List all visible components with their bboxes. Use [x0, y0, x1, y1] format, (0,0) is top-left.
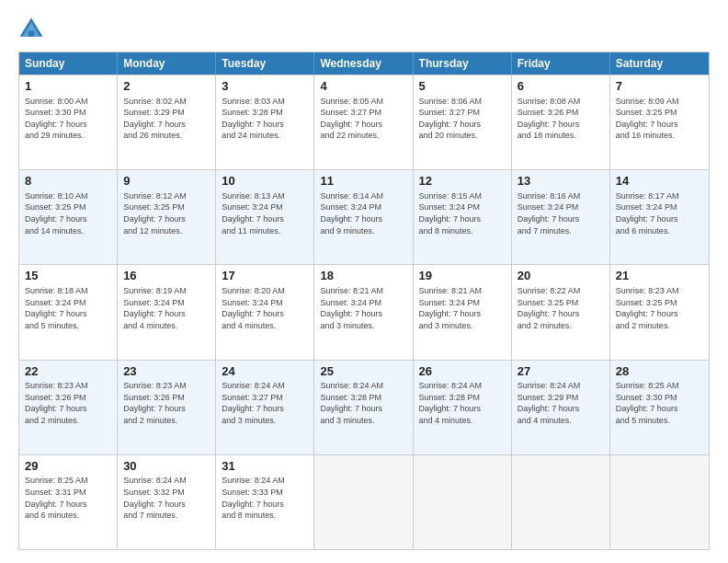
cell-info: Sunrise: 8:25 AMSunset: 3:30 PMDaylight:… — [616, 380, 703, 426]
day-number: 10 — [222, 174, 308, 189]
cell-info: Sunrise: 8:22 AMSunset: 3:25 PMDaylight:… — [518, 285, 604, 331]
day-cell-9: 9Sunrise: 8:12 AMSunset: 3:25 PMDaylight… — [118, 170, 216, 264]
day-number: 3 — [222, 79, 308, 94]
empty-cell — [414, 455, 512, 549]
cell-info: Sunrise: 8:21 AMSunset: 3:24 PMDaylight:… — [419, 285, 506, 331]
day-number: 28 — [616, 364, 703, 379]
header-day-saturday: Saturday — [610, 52, 709, 75]
day-cell-18: 18Sunrise: 8:21 AMSunset: 3:24 PMDayligh… — [314, 265, 413, 359]
day-cell-8: 8Sunrise: 8:10 AMSunset: 3:25 PMDaylight… — [19, 170, 118, 264]
calendar-header: SundayMondayTuesdayWednesdayThursdayFrid… — [19, 52, 709, 75]
day-number: 26 — [419, 364, 506, 379]
day-number: 31 — [222, 459, 308, 474]
day-number: 24 — [222, 364, 308, 379]
day-cell-5: 5Sunrise: 8:06 AMSunset: 3:27 PMDaylight… — [414, 75, 512, 169]
day-cell-31: 31Sunrise: 8:24 AMSunset: 3:33 PMDayligh… — [216, 455, 314, 549]
day-number: 1 — [25, 79, 111, 94]
day-cell-13: 13Sunrise: 8:16 AMSunset: 3:24 PMDayligh… — [512, 170, 610, 264]
logo — [18, 17, 50, 42]
calendar-row-1: 1Sunrise: 8:00 AMSunset: 3:30 PMDaylight… — [19, 75, 709, 169]
day-number: 21 — [616, 269, 703, 283]
cell-info: Sunrise: 8:00 AMSunset: 3:30 PMDaylight:… — [25, 96, 111, 142]
day-cell-12: 12Sunrise: 8:15 AMSunset: 3:24 PMDayligh… — [414, 170, 512, 264]
day-number: 14 — [616, 174, 703, 189]
cell-info: Sunrise: 8:18 AMSunset: 3:24 PMDaylight:… — [25, 285, 111, 331]
cell-info: Sunrise: 8:20 AMSunset: 3:24 PMDaylight:… — [222, 285, 308, 331]
cell-info: Sunrise: 8:17 AMSunset: 3:24 PMDaylight:… — [616, 190, 703, 236]
calendar-row-4: 22Sunrise: 8:23 AMSunset: 3:26 PMDayligh… — [19, 360, 709, 454]
cell-info: Sunrise: 8:19 AMSunset: 3:24 PMDaylight:… — [123, 285, 210, 331]
day-cell-26: 26Sunrise: 8:24 AMSunset: 3:28 PMDayligh… — [414, 361, 512, 454]
day-number: 11 — [320, 174, 406, 189]
calendar-body: 1Sunrise: 8:00 AMSunset: 3:30 PMDaylight… — [19, 75, 709, 549]
calendar-row-3: 15Sunrise: 8:18 AMSunset: 3:24 PMDayligh… — [19, 264, 709, 359]
cell-info: Sunrise: 8:02 AMSunset: 3:29 PMDaylight:… — [123, 96, 210, 142]
day-cell-19: 19Sunrise: 8:21 AMSunset: 3:24 PMDayligh… — [414, 265, 512, 359]
header-day-thursday: Thursday — [414, 52, 512, 75]
cell-info: Sunrise: 8:16 AMSunset: 3:24 PMDaylight:… — [518, 190, 604, 236]
day-number: 13 — [518, 174, 604, 189]
day-number: 16 — [123, 269, 210, 283]
cell-info: Sunrise: 8:13 AMSunset: 3:24 PMDaylight:… — [222, 190, 308, 236]
day-number: 18 — [320, 269, 406, 283]
day-number: 27 — [518, 364, 604, 379]
cell-info: Sunrise: 8:24 AMSunset: 3:28 PMDaylight:… — [419, 380, 506, 426]
cell-info: Sunrise: 8:06 AMSunset: 3:27 PMDaylight:… — [419, 96, 506, 142]
day-number: 7 — [616, 79, 703, 94]
day-number: 4 — [320, 79, 406, 94]
day-cell-28: 28Sunrise: 8:25 AMSunset: 3:30 PMDayligh… — [610, 361, 709, 454]
empty-cell — [610, 455, 709, 549]
day-number: 19 — [419, 269, 506, 283]
cell-info: Sunrise: 8:24 AMSunset: 3:29 PMDaylight:… — [518, 380, 604, 426]
day-cell-1: 1Sunrise: 8:00 AMSunset: 3:30 PMDaylight… — [19, 75, 118, 169]
day-cell-14: 14Sunrise: 8:17 AMSunset: 3:24 PMDayligh… — [610, 170, 709, 264]
header — [18, 17, 710, 42]
calendar: SundayMondayTuesdayWednesdayThursdayFrid… — [18, 52, 710, 550]
logo-icon — [18, 17, 44, 42]
day-number: 20 — [518, 269, 604, 283]
day-number: 6 — [518, 79, 604, 94]
day-cell-29: 29Sunrise: 8:25 AMSunset: 3:31 PMDayligh… — [19, 455, 118, 549]
cell-info: Sunrise: 8:23 AMSunset: 3:25 PMDaylight:… — [616, 285, 703, 331]
svg-rect-2 — [28, 31, 34, 37]
day-number: 25 — [320, 364, 406, 379]
day-number: 2 — [123, 79, 210, 94]
calendar-row-5: 29Sunrise: 8:25 AMSunset: 3:31 PMDayligh… — [19, 454, 709, 549]
day-cell-27: 27Sunrise: 8:24 AMSunset: 3:29 PMDayligh… — [512, 361, 610, 454]
day-cell-11: 11Sunrise: 8:14 AMSunset: 3:24 PMDayligh… — [314, 170, 413, 264]
cell-info: Sunrise: 8:23 AMSunset: 3:26 PMDaylight:… — [123, 380, 210, 426]
cell-info: Sunrise: 8:23 AMSunset: 3:26 PMDaylight:… — [25, 380, 111, 426]
cell-info: Sunrise: 8:12 AMSunset: 3:25 PMDaylight:… — [123, 190, 210, 236]
cell-info: Sunrise: 8:08 AMSunset: 3:26 PMDaylight:… — [518, 96, 604, 142]
day-cell-7: 7Sunrise: 8:09 AMSunset: 3:25 PMDaylight… — [610, 75, 709, 169]
day-cell-24: 24Sunrise: 8:24 AMSunset: 3:27 PMDayligh… — [216, 361, 314, 454]
day-number: 30 — [123, 459, 210, 474]
cell-info: Sunrise: 8:24 AMSunset: 3:27 PMDaylight:… — [222, 380, 308, 426]
header-day-friday: Friday — [512, 52, 610, 75]
day-cell-2: 2Sunrise: 8:02 AMSunset: 3:29 PMDaylight… — [118, 75, 216, 169]
header-day-sunday: Sunday — [19, 52, 118, 75]
day-number: 8 — [25, 174, 111, 189]
cell-info: Sunrise: 8:09 AMSunset: 3:25 PMDaylight:… — [616, 96, 703, 142]
cell-info: Sunrise: 8:25 AMSunset: 3:31 PMDaylight:… — [25, 475, 111, 521]
page: SundayMondayTuesdayWednesdayThursdayFrid… — [0, 0, 728, 563]
day-number: 12 — [419, 174, 506, 189]
day-number: 22 — [25, 364, 111, 379]
day-cell-23: 23Sunrise: 8:23 AMSunset: 3:26 PMDayligh… — [118, 361, 216, 454]
day-cell-17: 17Sunrise: 8:20 AMSunset: 3:24 PMDayligh… — [216, 265, 314, 359]
day-number: 29 — [25, 459, 111, 474]
day-cell-3: 3Sunrise: 8:03 AMSunset: 3:28 PMDaylight… — [216, 75, 314, 169]
day-cell-10: 10Sunrise: 8:13 AMSunset: 3:24 PMDayligh… — [216, 170, 314, 264]
day-number: 17 — [222, 269, 308, 283]
day-cell-16: 16Sunrise: 8:19 AMSunset: 3:24 PMDayligh… — [118, 265, 216, 359]
cell-info: Sunrise: 8:24 AMSunset: 3:32 PMDaylight:… — [123, 475, 210, 521]
day-cell-21: 21Sunrise: 8:23 AMSunset: 3:25 PMDayligh… — [610, 265, 709, 359]
cell-info: Sunrise: 8:10 AMSunset: 3:25 PMDaylight:… — [25, 190, 111, 236]
cell-info: Sunrise: 8:03 AMSunset: 3:28 PMDaylight:… — [222, 96, 308, 142]
cell-info: Sunrise: 8:05 AMSunset: 3:27 PMDaylight:… — [320, 96, 406, 142]
day-number: 9 — [123, 174, 210, 189]
day-cell-4: 4Sunrise: 8:05 AMSunset: 3:27 PMDaylight… — [314, 75, 413, 169]
day-cell-20: 20Sunrise: 8:22 AMSunset: 3:25 PMDayligh… — [512, 265, 610, 359]
cell-info: Sunrise: 8:15 AMSunset: 3:24 PMDaylight:… — [419, 190, 506, 236]
header-day-monday: Monday — [118, 52, 216, 75]
